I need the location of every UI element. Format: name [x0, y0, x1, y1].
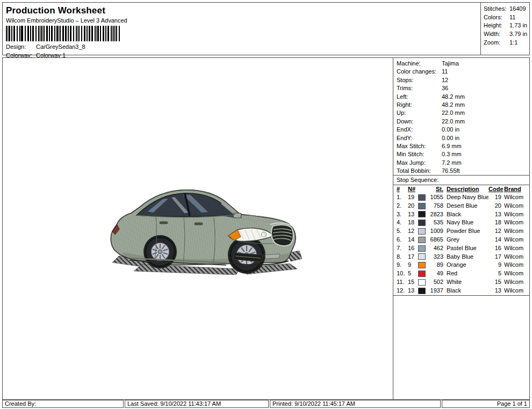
- summary-panel: Stitches: 16409 Colors: 11 Height: 1.73 …: [480, 2, 530, 55]
- info-label: Colors:: [484, 13, 509, 22]
- thread-description: White: [444, 278, 488, 287]
- table-row: 2. 20 758 Desert Blue 20 Wilcom: [393, 202, 529, 210]
- col-header-num: #: [397, 185, 408, 194]
- row-number: 8.: [397, 253, 408, 261]
- thread-brand: Wilcom: [501, 202, 528, 210]
- thread-color-swatch: [418, 203, 426, 209]
- info-row: Max Stitch: 6.9 mm: [393, 142, 529, 150]
- info-label: EndY:: [397, 134, 442, 142]
- row-number: 3.: [397, 210, 408, 219]
- needle-number: 15: [408, 278, 418, 287]
- info-row: Stitches: 16409: [481, 5, 529, 13]
- thread-color-swatch: [418, 194, 426, 201]
- thread-description: Black: [444, 287, 488, 295]
- thread-code: 15: [488, 278, 501, 287]
- car-windows: [136, 193, 237, 218]
- row-number: 1.: [397, 193, 408, 202]
- needle-number: 13: [408, 287, 418, 295]
- table-row: 4. 18 535 Navy Blue 18 Wilcom: [393, 218, 529, 227]
- col-header-needle: N#: [408, 185, 418, 194]
- thread-color-swatch: [418, 211, 426, 217]
- thread-color-swatch: [418, 220, 426, 226]
- col-header-description: Description: [444, 185, 488, 194]
- page-title: Production Worksheet: [6, 5, 480, 16]
- panel-empty-space: [393, 296, 529, 399]
- grille: [270, 223, 293, 246]
- info-label: EndX:: [397, 126, 442, 134]
- stitch-count: 2823: [427, 210, 443, 219]
- info-label: Zoom:: [484, 39, 509, 47]
- thread-description: Black: [444, 210, 488, 219]
- thread-description: Powder Blue: [444, 227, 488, 236]
- info-label: Right:: [397, 101, 442, 109]
- table-row: 11. 15 502 White 15 Wilcom: [393, 278, 529, 287]
- thread-brand: Wilcom: [501, 193, 528, 202]
- info-label: Max Stitch:: [397, 142, 442, 150]
- stitch-count: 1937: [427, 287, 443, 295]
- needle-number: 19: [408, 193, 418, 202]
- stitch-count: 89: [427, 261, 443, 269]
- info-label: Machine:: [397, 60, 442, 68]
- thread-brand: Wilcom: [501, 227, 528, 236]
- footer-printed: Printed: 9/10/2022 11:45:17 AM: [270, 400, 441, 408]
- info-row: Machine: Tajima: [393, 60, 529, 68]
- row-number: 11.: [397, 278, 408, 287]
- thread-brand: Wilcom: [501, 261, 528, 269]
- info-row: Height: 1.73 in: [481, 21, 529, 30]
- needle-number: 9: [408, 261, 418, 269]
- info-value: 1:1: [509, 39, 517, 47]
- car-embroidery-preview: [103, 185, 303, 275]
- header: Production Worksheet Wilcom EmbroiderySt…: [2, 2, 481, 55]
- info-row: Trims: 36: [393, 84, 529, 92]
- info-label: Max Jump:: [397, 159, 442, 167]
- thread-code: 12: [488, 227, 501, 236]
- thread-description: Pastel Blue: [444, 244, 488, 253]
- info-row: Max Jump: 7.2 mm: [393, 159, 529, 167]
- info-value: 7.2 mm: [442, 159, 462, 167]
- info-value: 3.79 in: [509, 30, 527, 39]
- front-door-handle: [195, 223, 203, 225]
- row-number: 2.: [397, 202, 408, 210]
- stitch-count: 323: [427, 253, 443, 261]
- info-label: Min Stitch:: [397, 150, 442, 158]
- footer: Created By: Last Saved: 9/10/2022 11:43:…: [2, 400, 530, 408]
- design-row: Design: CarGreySedan3_8: [6, 43, 480, 52]
- table-row: 10. 5 49 Red 5 Wilcom: [393, 269, 529, 278]
- info-label: Color changes:: [397, 68, 442, 76]
- needle-number: 17: [408, 253, 418, 261]
- thread-color-swatch: [418, 279, 426, 286]
- col-header-code: Code: [488, 185, 501, 194]
- table-row: 6. 14 6865 Grey 14 Wilcom: [393, 236, 529, 244]
- info-value: Tajima: [442, 60, 459, 68]
- info-value: 1.73 in: [509, 21, 527, 30]
- info-value: 0.00 in: [442, 134, 459, 142]
- stitch-count: 462: [427, 244, 443, 253]
- info-row: Total Bobbin: 76.55ft: [393, 167, 529, 175]
- info-row: Min Stitch: 0.3 mm: [393, 150, 529, 158]
- thread-description: Desert Blue: [444, 202, 488, 210]
- table-row: 8. 17 323 Baby Blue 17 Wilcom: [393, 253, 529, 261]
- info-row: EndX: 0.00 in: [393, 126, 529, 134]
- table-row: 9. 9 89 Orange 9 Wilcom: [393, 261, 529, 269]
- thread-code: 17: [488, 253, 501, 261]
- stop-sequence-table: # N# St. Description Code Brand 1. 19 10…: [393, 185, 529, 296]
- thread-code: 18: [488, 218, 501, 227]
- info-value: 48.2 mm: [442, 101, 465, 109]
- thread-brand: Wilcom: [501, 236, 528, 244]
- row-number: 9.: [397, 261, 408, 269]
- info-value: 48.2 mm: [442, 93, 465, 101]
- row-number: 12.: [397, 287, 408, 295]
- info-label: Left:: [397, 93, 442, 101]
- thread-color-swatch: [418, 271, 426, 277]
- thread-brand: Wilcom: [501, 269, 528, 278]
- thread-code: 13: [488, 287, 501, 295]
- production-worksheet-page: Production Worksheet Wilcom EmbroiderySt…: [0, 0, 532, 409]
- table-row: 5. 12 1009 Powder Blue 12 Wilcom: [393, 227, 529, 236]
- thread-color-swatch: [418, 245, 426, 252]
- row-number: 5.: [397, 227, 408, 236]
- design-value: CarGreySedan3_8: [36, 43, 85, 52]
- rear-door-handle: [160, 222, 168, 224]
- needle-number: 16: [408, 244, 418, 253]
- info-row: Width: 3.79 in: [481, 30, 529, 39]
- row-number: 10.: [397, 269, 408, 278]
